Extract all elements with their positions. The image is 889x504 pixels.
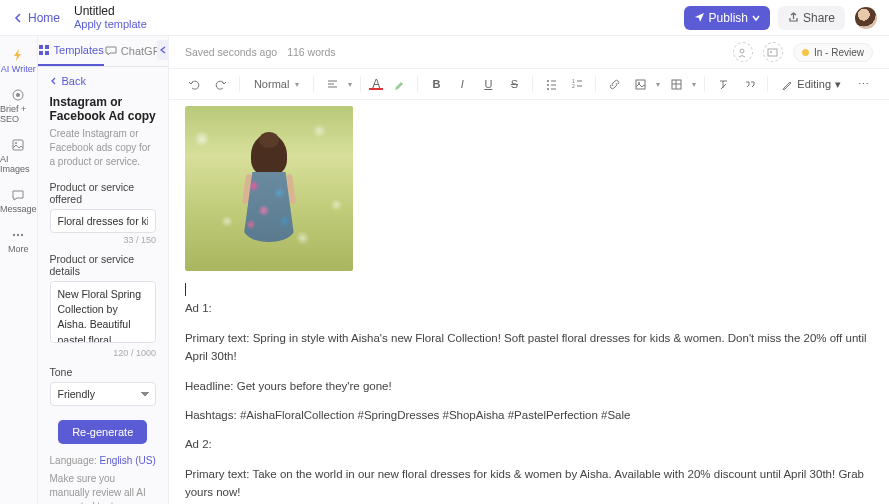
left-rail: AI Writer Brief + SEO AI Images Message … — [0, 36, 38, 504]
svg-point-16 — [547, 88, 549, 90]
image-plus-icon — [767, 47, 778, 58]
svg-rect-10 — [45, 51, 49, 55]
bold-button[interactable]: B — [426, 74, 446, 94]
chevron-down-icon[interactable]: ▾ — [656, 80, 660, 89]
svg-point-1 — [16, 93, 20, 97]
italic-button[interactable]: I — [452, 74, 472, 94]
svg-rect-19 — [636, 80, 645, 89]
regenerate-button[interactable]: Re-generate — [58, 420, 147, 444]
rail-more[interactable]: More — [8, 228, 29, 254]
svg-rect-9 — [39, 51, 43, 55]
color-swatch-icon — [369, 88, 383, 90]
rail-label: AI Images — [0, 154, 37, 174]
clear-format-icon — [717, 78, 730, 91]
content-image[interactable] — [185, 106, 353, 271]
link-icon — [608, 78, 621, 91]
insert-image-button[interactable] — [630, 74, 650, 94]
content-line: Primary text: Spring in style with Aisha… — [185, 329, 873, 366]
align-left-icon — [326, 78, 339, 91]
collapse-button[interactable] — [157, 40, 169, 60]
table-icon — [670, 78, 683, 91]
editing-label: Editing — [797, 78, 831, 90]
svg-point-6 — [21, 234, 23, 236]
tone-label: Tone — [50, 366, 156, 378]
highlight-button[interactable] — [389, 74, 409, 94]
review-status[interactable]: In - Review — [793, 43, 873, 62]
chevron-left-icon — [160, 46, 166, 54]
redo-button[interactable] — [211, 74, 231, 94]
redo-icon — [214, 78, 227, 91]
underline-button[interactable]: U — [478, 74, 498, 94]
bullet-list-button[interactable] — [541, 74, 561, 94]
strikethrough-button[interactable]: S — [504, 74, 524, 94]
numbered-list-icon: 12 — [571, 78, 584, 91]
home-label: Home — [28, 11, 60, 25]
add-member-button[interactable] — [733, 42, 753, 62]
tab-label: Templates — [54, 44, 104, 56]
apply-template-link[interactable]: Apply template — [74, 18, 147, 31]
back-link[interactable]: Back — [38, 67, 168, 95]
paragraph-style-select[interactable]: Normal ▾ — [248, 75, 305, 93]
editing-mode-select[interactable]: Editing ▾ — [776, 75, 847, 94]
publish-label: Publish — [709, 11, 748, 25]
status-dot-icon — [802, 49, 809, 56]
svg-rect-8 — [45, 45, 49, 49]
share-label: Share — [803, 11, 835, 25]
templates-icon — [38, 44, 50, 56]
insert-table-button[interactable] — [666, 74, 686, 94]
document-title-block: Untitled Apply template — [74, 4, 147, 32]
rail-ai-images[interactable]: AI Images — [0, 138, 37, 174]
editor-status-bar: Saved seconds ago 116 words In - Review — [169, 36, 889, 69]
more-options-button[interactable]: ⋯ — [853, 74, 873, 94]
svg-point-14 — [547, 80, 549, 82]
numbered-list-button[interactable]: 12 — [567, 74, 587, 94]
align-button[interactable] — [322, 74, 342, 94]
chevron-left-icon — [14, 13, 24, 23]
svg-rect-12 — [768, 49, 777, 56]
panel-tabs: Templates ChatGPT — [38, 36, 168, 67]
chat-icon — [105, 45, 117, 57]
save-status: Saved seconds ago — [185, 46, 277, 58]
product-details-label: Product or service details — [50, 253, 156, 277]
publish-button[interactable]: Publish — [684, 6, 770, 30]
document-title[interactable]: Untitled — [74, 4, 147, 18]
undo-icon — [188, 78, 201, 91]
product-offered-input[interactable] — [50, 209, 156, 233]
product-offered-counter: 33 / 150 — [50, 235, 156, 245]
content-line: Ad 2: — [185, 435, 873, 453]
product-details-input[interactable] — [50, 281, 156, 343]
svg-rect-7 — [39, 45, 43, 49]
add-image-button[interactable] — [763, 42, 783, 62]
content-line: Headline: Get yours before they're gone! — [185, 377, 873, 395]
tone-select[interactable]: Friendly — [50, 382, 156, 406]
editor-toolbar: Normal ▾ ▾ A B I U S 12 ▾ ▾ — [169, 69, 889, 100]
rail-message[interactable]: Message — [0, 188, 37, 214]
svg-rect-2 — [13, 140, 23, 150]
word-count: 116 words — [287, 46, 335, 58]
avatar[interactable] — [855, 7, 877, 29]
rail-ai-writer[interactable]: AI Writer — [1, 48, 36, 74]
chevron-down-icon[interactable]: ▾ — [348, 80, 352, 89]
clear-format-button[interactable] — [713, 74, 733, 94]
language-link[interactable]: English (US) — [100, 455, 156, 466]
rail-brief-seo[interactable]: Brief + SEO — [0, 88, 37, 124]
paragraph-style-label: Normal — [254, 78, 289, 90]
quote-button[interactable] — [739, 74, 759, 94]
svg-point-5 — [17, 234, 19, 236]
svg-point-4 — [13, 234, 15, 236]
publish-icon — [694, 12, 705, 23]
chevron-down-icon[interactable]: ▾ — [692, 80, 696, 89]
undo-button[interactable] — [185, 74, 205, 94]
back-label: Back — [62, 75, 86, 87]
tab-templates[interactable]: Templates — [38, 36, 104, 66]
status-label: In - Review — [814, 47, 864, 58]
editor-content[interactable]: Ad 1: Primary text: Spring in style with… — [169, 100, 889, 504]
image-icon — [634, 78, 647, 91]
link-button[interactable] — [604, 74, 624, 94]
sidebar-panel: Templates ChatGPT Back Instagram or Face… — [38, 36, 169, 504]
text-color-button[interactable]: A — [369, 78, 383, 90]
share-button[interactable]: Share — [778, 6, 845, 30]
chevron-left-icon — [50, 77, 58, 85]
home-link[interactable]: Home — [8, 7, 66, 29]
svg-text:2: 2 — [572, 83, 575, 89]
